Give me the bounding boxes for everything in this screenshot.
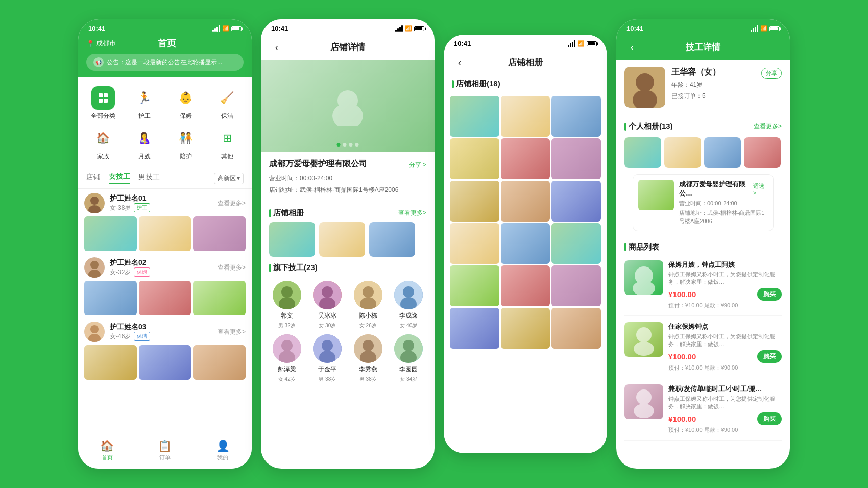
album-item-3[interactable] (551, 96, 601, 137)
personal-thumb-2[interactable] (664, 137, 701, 168)
cat-companion[interactable]: 🧑‍🤝‍🧑 陪护 (165, 124, 206, 164)
wg-8[interactable]: 李园园 女 34岁 (391, 334, 427, 383)
product-card-1: 保姆月嫂，钟点工阿姨 钟点工保姆又称小时工，为您提供定制化服务，解决家里：做饭…… (624, 260, 782, 316)
nav-home[interactable]: 🏠 首页 (100, 440, 114, 461)
wg-5[interactable]: 郝泽梁 女 42岁 (269, 334, 305, 383)
personal-thumb-1[interactable] (624, 137, 661, 168)
phone-worker-detail: 10:41 📶 ‹ 技工详情 王华容（女） 分享 年龄：41岁 已接订单：5 个… (616, 19, 790, 469)
cat-clean[interactable]: 🧹 保洁 (206, 83, 248, 124)
buy-btn-3[interactable]: 购买 (757, 412, 782, 425)
album-see-more-2[interactable]: 查看更多> (398, 209, 426, 217)
cat-icon-mother: 🤱 (133, 127, 156, 150)
cat-all[interactable]: 全部分类 (82, 83, 124, 124)
store-card[interactable]: 成都万爱母婴护理有限公… 适选 > 营业时间：00:00-24:00 店铺地址：… (633, 174, 774, 231)
wifi-icon-1: 📶 (222, 25, 229, 32)
back-button-4[interactable]: ‹ (624, 39, 640, 55)
worker-main-photo (624, 67, 665, 108)
tab-female[interactable]: 女技工 (109, 172, 130, 184)
wg-3[interactable]: 陈小栋 女 26岁 (350, 281, 386, 329)
notice-text: 公告：这是一段最新的公告在此轮播显示... (107, 58, 222, 67)
personal-thumb-3[interactable] (704, 137, 741, 168)
dot-2 (343, 143, 347, 147)
wg-6[interactable]: 于金平 男 38岁 (310, 334, 346, 383)
cat-label-clean: 保洁 (221, 112, 233, 120)
battery-icon-4 (769, 26, 780, 31)
photo-1-2 (139, 216, 191, 251)
nav-orders[interactable]: 📋 订单 (158, 440, 172, 461)
album-item-7[interactable] (450, 181, 499, 222)
product-price-1: ¥100.00 (668, 290, 696, 299)
album-item-1[interactable] (450, 96, 499, 137)
personal-thumb-4[interactable] (744, 137, 781, 168)
worker-card-2: 护工姓名02 女-32岁 保姆 查看更多> (84, 257, 246, 315)
store-card-thumb (638, 180, 674, 210)
product-name-3: 兼职/发传单/临时工/小时工/搬… (668, 384, 782, 394)
cat-other[interactable]: ⊞ 其他 (206, 124, 248, 164)
album-item-8[interactable] (501, 181, 550, 222)
product-thumb-2 (624, 322, 663, 357)
album-item-12[interactable] (551, 223, 601, 264)
cat-icon-other: ⊞ (215, 127, 239, 150)
worker-avatar-3 (84, 322, 105, 342)
buy-btn-1[interactable]: 购买 (757, 288, 782, 301)
album-item-10[interactable] (450, 223, 499, 264)
wg-1[interactable]: 郭文 男 32岁 (269, 281, 305, 329)
worker-detail-1: 女-38岁 护工 (110, 203, 218, 212)
back-button-3[interactable]: ‹ (452, 55, 467, 70)
tab-store[interactable]: 店铺 (86, 173, 101, 184)
album-item-16[interactable] (450, 308, 499, 349)
album-item-17[interactable] (501, 308, 550, 349)
wg-avatar-4 (394, 281, 423, 309)
worker-detail-3: 女-46岁 保洁 (110, 332, 218, 341)
album-item-9[interactable] (551, 181, 601, 222)
cat-nanny[interactable]: 👶 保姆 (165, 83, 206, 124)
svg-point-16 (281, 286, 293, 298)
buy-btn-2[interactable]: 购买 (757, 350, 782, 363)
worker-profile: 王华容（女） 分享 年龄：41岁 已接订单：5 (616, 60, 790, 115)
album-item-6[interactable] (551, 138, 601, 179)
back-button-2[interactable]: ‹ (269, 39, 284, 55)
album-item-18[interactable] (551, 308, 601, 349)
album-item-11[interactable] (501, 223, 550, 264)
profile-nav-icon: 👤 (216, 440, 230, 453)
status-bar-3: 10:41 📶 (444, 35, 607, 50)
see-more-3[interactable]: 查看更多> (218, 328, 246, 336)
worker-main-name: 王华容（女） (671, 67, 720, 78)
album-section-header-2: 店铺相册 查看更多> (261, 202, 435, 222)
worker-avatar-1 (84, 193, 105, 213)
wg-7[interactable]: 李秀燕 男 38岁 (350, 334, 386, 383)
see-more-1[interactable]: 查看更多> (218, 199, 246, 208)
wg-2[interactable]: 吴冰冰 女 30岁 (310, 281, 346, 329)
cat-mother[interactable]: 🤱 月嫂 (124, 124, 165, 164)
svg-point-25 (403, 286, 414, 298)
album-item-2[interactable] (501, 96, 550, 137)
worker-age: 年龄：41岁 (671, 80, 782, 91)
nav-profile[interactable]: 👤 我的 (216, 440, 230, 461)
location-label[interactable]: 📍 成都市 (86, 39, 116, 48)
album-screen-title: 店铺相册 (508, 57, 543, 68)
cat-home[interactable]: 🏠 家政 (82, 124, 124, 164)
album-item-14[interactable] (501, 265, 550, 306)
album-item-5[interactable] (501, 138, 550, 179)
area-selector[interactable]: 高新区 ▾ (214, 173, 244, 184)
tab-male[interactable]: 男技工 (138, 173, 160, 184)
photo-1-3 (193, 216, 246, 251)
album-item-13[interactable] (450, 265, 499, 306)
time-2: 10:41 (271, 25, 288, 32)
share-btn-2[interactable]: 分享 > (409, 161, 426, 169)
share-btn-4[interactable]: 分享 (761, 68, 782, 79)
wg-avatar-1 (273, 281, 301, 309)
see-more-2[interactable]: 查看更多> (218, 263, 246, 272)
album-item-15[interactable] (551, 265, 601, 306)
photo-1-1 (84, 216, 137, 251)
personal-album-see-more[interactable]: 查看更多> (754, 122, 782, 131)
album-thumb-2 (319, 222, 365, 257)
cat-care[interactable]: 🏃 护工 (124, 83, 165, 124)
wg-avatar-8 (394, 334, 423, 363)
store-card-detail[interactable]: 适选 > (753, 182, 768, 196)
wg-4[interactable]: 李成逸 女 40岁 (391, 281, 427, 329)
store-card-address: 店铺地址：武侯-桐梓林-商鼎国际1号楼A座2006 (679, 209, 768, 226)
cat-icon-clean: 🧹 (215, 86, 239, 110)
album-item-4[interactable] (450, 138, 499, 179)
status-bar-1: 10:41 📶 (78, 19, 252, 34)
